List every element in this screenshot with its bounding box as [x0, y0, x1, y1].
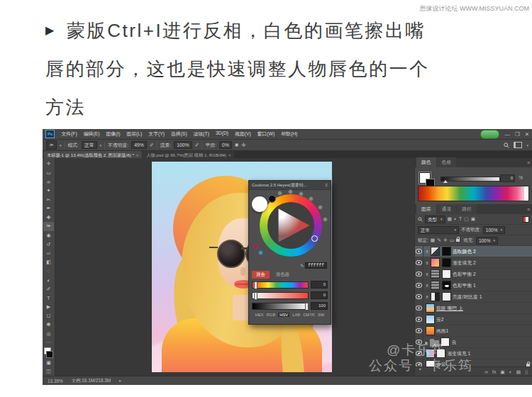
lock-all-icon[interactable] — [456, 239, 460, 242]
visibility-eye-icon[interactable] — [416, 283, 422, 289]
airbrush-icon[interactable]: ✐ — [150, 142, 154, 148]
layer-opacity-field[interactable]: 100%▾ — [483, 226, 505, 234]
layer-name[interactable]: 渐变填充 2 — [453, 259, 476, 267]
visibility-eye-icon[interactable] — [416, 294, 422, 300]
mode-select[interactable]: 正常 — [82, 141, 97, 149]
val-slider-track[interactable] — [252, 303, 309, 310]
color-spectrum-ramp[interactable] — [418, 186, 529, 201]
menu-item-3[interactable]: 图像(I) — [103, 130, 123, 138]
layer-fill-field[interactable]: 100%▾ — [476, 237, 498, 245]
visibility-eye-icon[interactable] — [416, 260, 422, 266]
coolorus-slider-hue[interactable]: 0 — [252, 281, 328, 289]
menu-item-1[interactable]: 文件(F) — [58, 130, 80, 138]
layer-thumbnail[interactable] — [431, 269, 440, 279]
menu-item-7[interactable]: 滤镜(T) — [190, 130, 212, 138]
harmony-dot[interactable] — [288, 189, 293, 194]
adjustment-filter-icon[interactable]: ◐ — [454, 216, 457, 222]
visibility-eye-icon[interactable] — [416, 328, 422, 334]
hue-value-field[interactable]: 0 — [311, 281, 328, 289]
pixel-filter-icon[interactable]: ▦ — [448, 216, 452, 222]
coolorus-tab-1[interactable]: 混合 — [252, 271, 270, 279]
menu-item-4[interactable]: 图层(L) — [123, 130, 145, 138]
eye-cell[interactable] — [415, 246, 423, 257]
blur-tool[interactable]: ◌ — [43, 267, 54, 276]
layer-name[interactable]: 画面1 — [436, 328, 448, 335]
lock-transparency-icon[interactable]: ▦ — [431, 237, 435, 243]
more-tools[interactable]: ⋯ — [43, 338, 54, 347]
sat-slider-track[interactable] — [252, 292, 309, 299]
eye-cell[interactable] — [415, 280, 423, 291]
slider-handle[interactable] — [443, 180, 448, 183]
status-arrow-icon[interactable]: ▸ — [119, 378, 121, 384]
flow-field[interactable]: 100% — [174, 141, 192, 149]
menu-item-10[interactable]: 窗口(W) — [254, 130, 278, 138]
color-mode-rgb[interactable]: RGB — [267, 313, 276, 317]
path-select-tool[interactable]: ▶ — [43, 303, 54, 312]
layer-name[interactable]: 云2 — [436, 316, 444, 323]
gear-icon[interactable]: ✱ — [235, 142, 239, 148]
add-mask-icon[interactable]: ▣ — [500, 369, 504, 375]
slider-marker[interactable] — [305, 303, 309, 311]
menu-item-5[interactable]: 文字(Y) — [145, 130, 168, 138]
eye-cell[interactable] — [415, 303, 423, 313]
canvas-area[interactable]: Coolorus 2.5 Heyes(需要特... ≡ — [55, 158, 414, 376]
link-layers-icon[interactable]: ∞ — [484, 369, 488, 374]
close-tab-icon[interactable]: × — [228, 153, 231, 157]
symmetry-icon[interactable]: ✣ — [242, 142, 246, 148]
harmony-dot[interactable] — [309, 196, 314, 201]
background-color-swatch[interactable] — [268, 195, 276, 203]
new-group-icon[interactable]: ▤ — [516, 369, 521, 375]
type-filter-icon[interactable]: T — [459, 216, 462, 222]
layer-row-4[interactable]: 8色彩平衡 1 — [415, 280, 532, 291]
layer-thumbnail[interactable] — [431, 258, 440, 267]
eyedropper-tool[interactable]: ✒ — [43, 204, 54, 213]
color-mode-sw[interactable]: SW — [318, 313, 324, 317]
color-slider[interactable] — [440, 177, 500, 181]
crop-tool[interactable]: ✂ — [43, 195, 54, 204]
tab-paths[interactable]: 路径 — [457, 204, 477, 214]
chevron-down-icon[interactable]: ▾ — [100, 143, 102, 147]
coolorus-slider-sat[interactable]: 0 — [252, 291, 328, 299]
layer-name[interactable]: 云 — [452, 339, 457, 346]
panel-menu-icon[interactable]: ≡ — [325, 183, 328, 187]
layer-row-7[interactable]: 云2 — [415, 314, 532, 325]
sat-value-field[interactable]: 0 — [311, 291, 328, 299]
visibility-eye-icon[interactable] — [416, 317, 422, 323]
layer-name[interactable]: 选取颜色 2 — [453, 248, 476, 255]
eraser-tool[interactable]: ▱ — [43, 249, 54, 258]
layer-thumbnail[interactable] — [431, 292, 440, 301]
lock-position-icon[interactable]: ✛ — [443, 237, 448, 243]
slider-marker[interactable] — [254, 292, 257, 300]
eye-cell[interactable] — [415, 291, 423, 302]
zoom-tool[interactable]: ◎ — [43, 329, 54, 338]
layer-row-3[interactable]: 8色彩平衡 2 — [415, 269, 532, 280]
layer-mask-thumbnail[interactable] — [442, 292, 451, 301]
harmony-dot[interactable] — [318, 205, 323, 210]
zoom-level[interactable]: 13.39% — [48, 379, 63, 384]
tab-layers[interactable]: 图层 — [416, 204, 436, 214]
layer-row-2[interactable]: 8渐变填充 2 — [415, 257, 532, 269]
airbrush-icon[interactable]: ✐ — [195, 142, 199, 148]
menu-item-9[interactable]: 视图(V) — [232, 130, 255, 138]
quick-mask-button[interactable]: ▣ — [43, 358, 54, 367]
chevron-down-icon[interactable]: ▾ — [526, 143, 528, 147]
search-icon[interactable] — [504, 142, 509, 148]
blend-mode-select[interactable]: 正常▾ — [418, 226, 459, 234]
harmony-dot[interactable] — [323, 217, 328, 222]
tab-color[interactable]: 颜色 — [416, 157, 436, 167]
minimize-button[interactable]: — — [504, 131, 510, 138]
layer-name[interactable]: 双眼 嘴巴 上 — [436, 305, 463, 312]
layer-row-1[interactable]: 8选取颜色 2 — [415, 246, 532, 257]
slider-marker[interactable] — [254, 281, 257, 289]
hue-slider-track[interactable] — [252, 281, 309, 289]
clone-stamp-tool[interactable]: ◉ — [43, 231, 54, 240]
marquee-tool[interactable]: ▭ — [43, 169, 54, 178]
brush-preset-picker[interactable]: ✑ — [46, 140, 57, 150]
coolorus-tab-2[interactable]: 混色器 — [272, 271, 294, 279]
menu-item-8[interactable]: 3D(D) — [212, 130, 231, 138]
layer-mask-thumbnail[interactable] — [442, 247, 451, 256]
visibility-eye-icon[interactable] — [416, 306, 422, 311]
menu-item-2[interactable]: 编辑(E) — [80, 130, 103, 138]
layer-row-5[interactable]: 8亮度/对比度 1 — [415, 291, 532, 303]
val-value-field[interactable]: 100 — [311, 302, 328, 310]
